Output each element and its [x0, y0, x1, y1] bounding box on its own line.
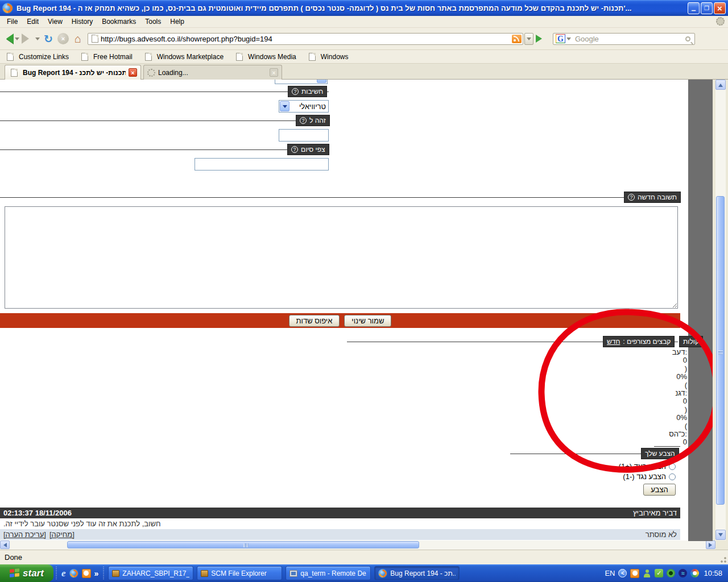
tab-close-icon[interactable] [129, 68, 137, 77]
vote-line: ( [613, 422, 687, 430]
gear-icon [716, 17, 725, 26]
bookmark-windows-marketplace[interactable]: Windows Marketplace [143, 53, 224, 61]
stop-button[interactable] [56, 31, 71, 46]
vertical-scroll-thumb[interactable] [716, 196, 725, 505]
tab-close-icon[interactable] [270, 68, 278, 77]
importance-label: חשיבות [288, 86, 327, 97]
clock-app-icon[interactable] [82, 569, 91, 578]
vote-against-label: הצבע נגד (-1) [623, 472, 666, 481]
vertical-scrollbar[interactable] [715, 80, 726, 541]
search-icon[interactable] [685, 36, 690, 41]
close-button[interactable] [714, 2, 726, 14]
importance-value: טריוויאלי [290, 102, 328, 111]
forward-arrow-icon [22, 34, 34, 44]
help-icon[interactable] [291, 146, 298, 153]
task-scm-file-explorer[interactable]: SCM File Explorer [197, 566, 282, 580]
forward-dropdown-icon[interactable] [35, 38, 40, 43]
expected-completion-input[interactable] [195, 158, 329, 171]
vote-against-option[interactable]: הצבע נגד (-1) [623, 472, 676, 481]
tray-updater-icon[interactable] [690, 569, 699, 577]
menu-bookmarks[interactable]: Bookmarks [97, 16, 140, 27]
new-answer-textarea[interactable] [5, 206, 678, 309]
new-attachment-link[interactable]: חדש [607, 338, 620, 346]
scroll-up-button[interactable] [715, 80, 726, 90]
bookmark-label: Windows [321, 53, 349, 61]
save-change-button[interactable]: שמור שינוי [344, 315, 391, 327]
scroll-down-button[interactable] [715, 530, 726, 540]
comment-timestamp: 02:13:37 18/11/2006 [3, 509, 72, 517]
language-indicator[interactable]: EN [605, 569, 615, 577]
bookmark-free-hotmail[interactable]: Free Hotmail [79, 53, 133, 61]
radio-icon[interactable] [669, 473, 676, 480]
quick-launch-overflow-icon[interactable] [94, 568, 99, 579]
task-remote-desktop[interactable]: qa_term - Remote De... [286, 566, 371, 580]
bookmark-windows-media[interactable]: Windows Media [234, 53, 296, 61]
url-dropdown-button[interactable] [524, 33, 533, 45]
tab-bug-report[interactable]: Bug Report 194 - תכנות- יש לתכנ... [5, 65, 141, 80]
menu-history[interactable]: History [67, 16, 97, 27]
cropped-select[interactable] [275, 80, 328, 84]
window-titlebar[interactable]: Bug Report 194 - תכנות- יש לתכנת בהקדם ש… [0, 0, 728, 16]
home-button[interactable] [71, 31, 85, 46]
forward-button[interactable] [20, 31, 35, 46]
menu-tools[interactable]: Tools [140, 16, 166, 27]
start-button[interactable]: start [0, 564, 53, 582]
label-text: הצבע שלך [645, 450, 675, 458]
identical-to-input[interactable] [279, 129, 329, 142]
tray-collapse-icon[interactable] [618, 569, 627, 577]
rss-icon[interactable] [512, 35, 522, 43]
restore-button[interactable] [701, 2, 713, 14]
scroll-left-button[interactable] [0, 541, 10, 549]
minimize-button[interactable] [688, 2, 700, 14]
url-bar[interactable] [88, 33, 523, 45]
edit-comment-link[interactable]: [עריכת הערה] [3, 530, 46, 539]
url-input[interactable] [101, 35, 512, 43]
menu-help[interactable]: Help [166, 16, 189, 27]
tray-monitor-icon[interactable] [667, 569, 675, 577]
search-engine-dropdown-icon[interactable] [566, 38, 571, 43]
help-icon[interactable] [292, 88, 299, 95]
delete-comment-link[interactable]: [מחיקה] [49, 530, 75, 539]
go-button[interactable] [535, 33, 547, 45]
horizontal-scrollbar[interactable] [0, 541, 715, 550]
vote-for-option[interactable]: הצבע בעד (+1) [619, 462, 676, 471]
reset-fields-button[interactable]: איפוס שדות [289, 315, 340, 327]
search-input[interactable] [575, 35, 685, 43]
new-answer-label: תשובה חדשה [624, 192, 681, 203]
vote-button[interactable]: הצבע [643, 484, 676, 496]
horizontal-scroll-thumb[interactable] [67, 541, 419, 548]
scrollbar-corner [715, 541, 728, 550]
tab-loading[interactable]: Loading... [143, 65, 282, 80]
refresh-button[interactable] [41, 31, 56, 46]
resize-grip[interactable] [720, 556, 727, 563]
menu-file[interactable]: File [2, 16, 22, 27]
importance-select[interactable]: טריוויאלי [279, 100, 329, 113]
help-icon[interactable] [300, 117, 307, 124]
desktop: { "window": { "title": "Bug Report 194 -… [0, 0, 728, 582]
tray-clock-text[interactable]: 10:58 [704, 569, 722, 577]
tray-messenger-icon[interactable] [643, 569, 651, 577]
task-label: Bug Report 194 - תכ... [390, 569, 456, 577]
tray-audio-icon[interactable] [679, 569, 687, 577]
bookmark-windows[interactable]: Windows [307, 53, 349, 61]
comment-links: [מחיקה] [עריכת הערה] [3, 530, 75, 539]
firefox-icon[interactable] [69, 569, 78, 578]
help-icon[interactable] [628, 194, 635, 201]
back-button[interactable] [0, 31, 15, 46]
bookmarks-toolbar: Customize Links Free Hotmail Windows Mar… [0, 50, 728, 64]
task-bug-report[interactable]: Bug Report 194 - תכ... [374, 566, 460, 580]
chevron-down-icon[interactable] [280, 101, 289, 111]
back-dropdown-icon[interactable] [15, 38, 19, 43]
menu-view[interactable]: View [43, 16, 67, 27]
label-text: קבצים מצורפים : [623, 338, 671, 346]
tray-clock-icon[interactable] [630, 569, 639, 578]
search-box[interactable] [553, 33, 695, 45]
scroll-right-button[interactable] [706, 541, 715, 549]
vote-line: ( [613, 381, 687, 389]
internet-explorer-icon[interactable] [61, 568, 66, 579]
task-zaharc[interactable]: ZAHARC_SBPI_R17_... [108, 566, 193, 580]
bookmark-customize-links[interactable]: Customize Links [5, 53, 69, 61]
radio-icon[interactable] [669, 463, 676, 470]
menu-edit[interactable]: Edit [22, 16, 43, 27]
tray-antivirus-icon[interactable] [655, 569, 663, 577]
